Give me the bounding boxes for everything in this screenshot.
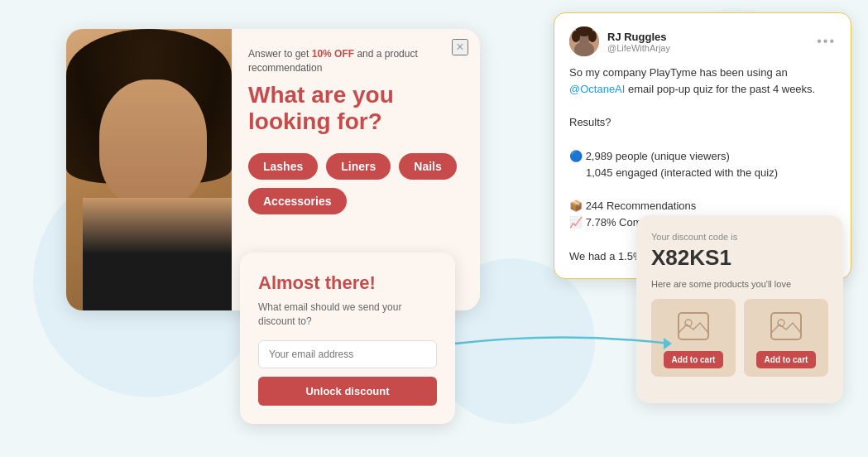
option-lashes[interactable]: Lashes xyxy=(248,153,318,180)
option-accessories[interactable]: Accessories xyxy=(248,188,347,214)
product-image-2 xyxy=(765,307,807,344)
stat1-line1: 2,989 people (unique viewers) xyxy=(586,150,730,162)
woman-body xyxy=(83,198,232,310)
option-nails[interactable]: Nails xyxy=(399,153,456,180)
close-button[interactable]: × xyxy=(452,39,468,55)
twitter-handle: @LifeWithArjay xyxy=(607,43,670,53)
product-card-1: Add to cart xyxy=(651,299,736,377)
email-card: Almost there! What email should we send … xyxy=(240,253,455,424)
stat1-emoji: 🔵 xyxy=(569,150,583,162)
woman-face xyxy=(99,79,207,206)
twitter-user-info: RJ Ruggles @LifeWithArjay xyxy=(607,31,670,53)
quiz-options: Lashes Liners Nails Accessories xyxy=(248,153,463,214)
add-to-cart-button-2[interactable]: Add to cart xyxy=(756,351,817,368)
products-grid: Add to cart Add to cart xyxy=(651,299,828,377)
email-card-subtitle: What email should we send your discount … xyxy=(258,301,437,329)
results-label: Results? xyxy=(569,116,611,128)
svg-rect-10 xyxy=(771,313,801,339)
email-input[interactable] xyxy=(258,340,437,368)
product-image-1 xyxy=(673,307,714,344)
email-card-title: Almost there! xyxy=(258,272,437,294)
twitter-name: RJ Ruggles xyxy=(607,31,670,43)
subtitle-normal: Answer to get xyxy=(248,48,312,60)
products-title: Here are some products you'll love xyxy=(651,279,828,289)
avatar xyxy=(569,26,599,56)
quiz-image xyxy=(66,29,232,310)
add-to-cart-button-1[interactable]: Add to cart xyxy=(664,351,724,368)
quiz-subtitle: Answer to get 10% OFF and a product reco… xyxy=(248,47,463,75)
twitter-header: RJ Ruggles @LifeWithArjay ••• xyxy=(569,26,836,56)
discount-card: Your discount code is X82KS1 Here are so… xyxy=(636,215,843,403)
svg-point-5 xyxy=(588,31,597,42)
discount-code: X82KS1 xyxy=(651,245,828,271)
subtitle-bold: 10% OFF xyxy=(312,48,354,60)
quiz-title: What are you looking for? xyxy=(248,82,463,135)
svg-point-4 xyxy=(572,31,580,42)
product-card-2: Add to cart xyxy=(744,299,828,377)
stat2-line1: 244 Recommendations xyxy=(586,200,697,212)
twitter-user: RJ Ruggles @LifeWithArjay xyxy=(569,26,670,56)
more-icon: ••• xyxy=(817,34,836,49)
stat3-emoji: 📈 xyxy=(569,216,583,228)
tweet-text-1: So my company PlayTyme has been using an xyxy=(569,66,788,79)
unlock-discount-button[interactable]: Unlock discount xyxy=(258,377,437,406)
option-liners[interactable]: Liners xyxy=(326,153,391,180)
stat2-emoji: 📦 xyxy=(569,200,583,212)
discount-label: Your discount code is xyxy=(651,232,828,242)
tweet-mention: @OctaneAI xyxy=(569,83,625,95)
stat1-line2: 1,045 engaged (interacted with the quiz) xyxy=(586,166,778,179)
tweet-text-2: email pop-up quiz for the past 4 weeks. xyxy=(628,83,815,95)
svg-rect-8 xyxy=(679,313,708,339)
